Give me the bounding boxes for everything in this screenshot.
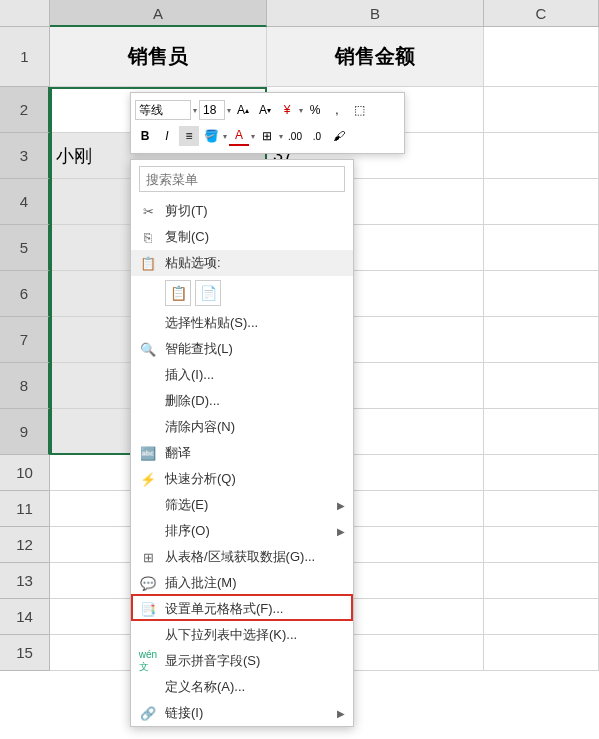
menu-smart-lookup-label: 智能查找(L): [165, 340, 345, 358]
menu-paste-special[interactable]: 选择性粘贴(S)...: [131, 310, 353, 336]
menu-quick-analysis[interactable]: ⚡ 快速分析(Q): [131, 466, 353, 492]
row-header-5[interactable]: 5: [0, 225, 50, 271]
select-all-corner[interactable]: [0, 0, 50, 27]
menu-insert-comment-label: 插入批注(M): [165, 574, 345, 592]
quick-analysis-icon: ⚡: [139, 470, 157, 488]
row-header-9[interactable]: 9: [0, 409, 50, 455]
menu-sort[interactable]: 排序(O) ▶: [131, 518, 353, 544]
decrease-decimal-icon[interactable]: .0: [307, 126, 327, 146]
menu-search-input[interactable]: [139, 166, 345, 192]
font-size-input[interactable]: [199, 100, 225, 120]
menu-quick-analysis-label: 快速分析(Q): [165, 470, 345, 488]
cell-a1[interactable]: 销售员: [50, 27, 267, 87]
cell-c2[interactable]: [484, 87, 599, 133]
cell-c6[interactable]: [484, 271, 599, 317]
menu-cut[interactable]: ✂ 剪切(T): [131, 198, 353, 224]
cell-c4[interactable]: [484, 179, 599, 225]
align-center-icon[interactable]: ≡: [179, 126, 199, 146]
borders-icon[interactable]: ⊞: [257, 126, 277, 146]
menu-insert-comment[interactable]: 💬 插入批注(M): [131, 570, 353, 596]
cell-c14[interactable]: [484, 599, 599, 635]
menu-clear-contents[interactable]: 清除内容(N): [131, 414, 353, 440]
bold-button[interactable]: B: [135, 126, 155, 146]
menu-pick-from-list[interactable]: 从下拉列表中选择(K)...: [131, 622, 353, 648]
cell-c10[interactable]: [484, 455, 599, 491]
percent-format-icon[interactable]: %: [305, 100, 325, 120]
submenu-arrow-icon: ▶: [337, 500, 345, 511]
menu-link[interactable]: 🔗 链接(I) ▶: [131, 700, 353, 726]
row-header-10[interactable]: 10: [0, 455, 50, 491]
menu-clear-contents-label: 清除内容(N): [165, 418, 345, 436]
row-header-11[interactable]: 11: [0, 491, 50, 527]
context-menu: ✂ 剪切(T) ⎘ 复制(C) 📋 粘贴选项: 📋 📄 选择性粘贴(S)... …: [130, 159, 354, 727]
font-color-icon[interactable]: A: [229, 126, 249, 146]
search-icon: 🔍: [139, 340, 157, 358]
format-painter-icon[interactable]: 🖌: [329, 126, 349, 146]
submenu-arrow-icon: ▶: [337, 708, 345, 719]
comma-format-icon[interactable]: ,: [327, 100, 347, 120]
menu-show-phonetic-label: 显示拼音字段(S): [165, 652, 345, 670]
column-header-b[interactable]: B: [267, 0, 484, 27]
column-header-a[interactable]: A: [50, 0, 267, 27]
font-family-dropdown-icon[interactable]: ▾: [193, 106, 197, 115]
submenu-arrow-icon: ▶: [337, 526, 345, 537]
accounting-format-icon[interactable]: ¥: [277, 100, 297, 120]
menu-search: [139, 166, 345, 192]
italic-button[interactable]: I: [157, 126, 177, 146]
menu-paste-options-header: 📋 粘贴选项:: [131, 250, 353, 276]
menu-filter[interactable]: 筛选(E) ▶: [131, 492, 353, 518]
row-header-2[interactable]: 2: [0, 87, 50, 133]
cell-c7[interactable]: [484, 317, 599, 363]
menu-get-data-label: 从表格/区域获取数据(G)...: [165, 548, 345, 566]
menu-insert[interactable]: 插入(I)...: [131, 362, 353, 388]
decrease-font-icon[interactable]: A▾: [255, 100, 275, 120]
menu-copy[interactable]: ⎘ 复制(C): [131, 224, 353, 250]
row-header-8[interactable]: 8: [0, 363, 50, 409]
menu-smart-lookup[interactable]: 🔍 智能查找(L): [131, 336, 353, 362]
row-header-6[interactable]: 6: [0, 271, 50, 317]
cell-b1[interactable]: 销售金额: [267, 27, 484, 87]
paste-option-values[interactable]: 📄: [195, 280, 221, 306]
translate-icon: 🔤: [139, 444, 157, 462]
row-header-7[interactable]: 7: [0, 317, 50, 363]
row-header-13[interactable]: 13: [0, 563, 50, 599]
conditional-format-icon[interactable]: ⬚: [349, 100, 369, 120]
increase-font-icon[interactable]: A▴: [233, 100, 253, 120]
table-icon: ⊞: [139, 548, 157, 566]
row-header-12[interactable]: 12: [0, 527, 50, 563]
cell-c1[interactable]: [484, 27, 599, 87]
menu-translate[interactable]: 🔤 翻译: [131, 440, 353, 466]
menu-copy-label: 复制(C): [165, 228, 345, 246]
column-header-c[interactable]: C: [484, 0, 599, 27]
cell-c3[interactable]: [484, 133, 599, 179]
cell-c5[interactable]: [484, 225, 599, 271]
comment-icon: 💬: [139, 574, 157, 592]
cell-c11[interactable]: [484, 491, 599, 527]
menu-pick-from-list-label: 从下拉列表中选择(K)...: [165, 626, 345, 644]
menu-format-cells[interactable]: 📑 设置单元格格式(F)...: [131, 596, 353, 622]
row-header-4[interactable]: 4: [0, 179, 50, 225]
font-family-input[interactable]: [135, 100, 191, 120]
row-header-1[interactable]: 1: [0, 27, 50, 87]
font-size-dropdown-icon[interactable]: ▾: [227, 106, 231, 115]
cell-c12[interactable]: [484, 527, 599, 563]
cell-c13[interactable]: [484, 563, 599, 599]
fill-color-icon[interactable]: 🪣: [201, 126, 221, 146]
row-header-14[interactable]: 14: [0, 599, 50, 635]
paste-option-keep-formatting[interactable]: 📋: [165, 280, 191, 306]
menu-format-cells-label: 设置单元格格式(F)...: [165, 600, 345, 618]
row-header-15[interactable]: 15: [0, 635, 50, 671]
row-header-3[interactable]: 3: [0, 133, 50, 179]
cell-c8[interactable]: [484, 363, 599, 409]
menu-get-data-from-table[interactable]: ⊞ 从表格/区域获取数据(G)...: [131, 544, 353, 570]
column-headers: A B C: [0, 0, 599, 27]
increase-decimal-icon[interactable]: .00: [285, 126, 305, 146]
menu-show-phonetic[interactable]: wén文 显示拼音字段(S): [131, 648, 353, 674]
menu-define-name[interactable]: 定义名称(A)...: [131, 674, 353, 700]
menu-translate-label: 翻译: [165, 444, 345, 462]
cell-c15[interactable]: [484, 635, 599, 671]
menu-delete[interactable]: 删除(D)...: [131, 388, 353, 414]
menu-link-label: 链接(I): [165, 704, 329, 722]
cell-c9[interactable]: [484, 409, 599, 455]
menu-filter-label: 筛选(E): [165, 496, 329, 514]
